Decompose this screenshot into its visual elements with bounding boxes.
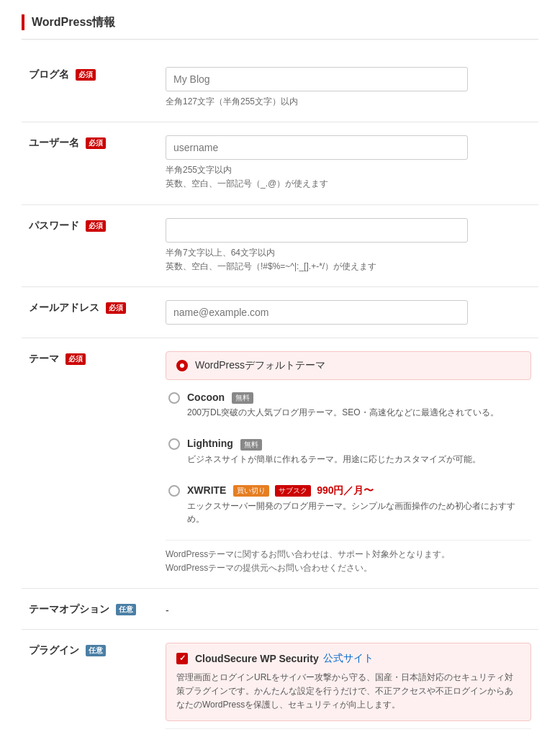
- password-row: パスワード 必須 半角7文字以上、64文字以内 英数、空白、一部記号（!#$%=…: [22, 204, 538, 286]
- plugin-cloudsecure-container: CloudSecure WP Security 公式サイト 管理画面とログインU…: [166, 643, 531, 722]
- theme-xwrite-sub-badge: サブスク: [275, 485, 311, 497]
- theme-cocoon-details: Cocoon 無料 200万DL突破の大人気ブログ用テーマ。SEO・高速化などに…: [187, 392, 499, 419]
- theme-lightning-header: Lightning 無料: [187, 438, 481, 450]
- theme-cocoon-header: Cocoon 無料: [187, 392, 499, 404]
- theme-xwrite-header: XWRITE 買い切り サブスク 990円／月〜: [187, 484, 528, 497]
- plugin-optional-badge: 任意: [86, 645, 106, 656]
- plugin-label: プラグイン: [29, 644, 79, 656]
- plugin-field-cell: CloudSecure WP Security 公式サイト 管理画面とログインU…: [151, 629, 538, 737]
- blog-name-label-cell: ブログ名 必須: [22, 54, 151, 122]
- theme-xwrite-desc: エックスサーバー開発のブログ用テーマ。シンプルな画面操作のため初心者におすすめ。: [187, 499, 528, 525]
- radio-default-selected: [176, 360, 188, 371]
- radio-cocoon: [168, 392, 180, 404]
- username-required-badge: 必須: [86, 137, 106, 149]
- plugin-notice: WordPressプラグインに関するお問い合わせは、サポート対象外となります。 …: [166, 728, 531, 737]
- theme-xwrite-buy-badge: 買い切り: [233, 485, 269, 497]
- theme-option-default[interactable]: WordPressデフォルトテーマ: [166, 351, 531, 380]
- password-help: 半角7文字以上、64文字以内 英数、空白、一部記号（!#$%=~^|:_[].+…: [166, 246, 531, 273]
- username-help: 半角255文字以内 英数、空白、一部記号（_.@）が使えます: [166, 163, 531, 191]
- plugin-header: CloudSecure WP Security 公式サイト: [176, 652, 520, 665]
- theme-xwrite-details: XWRITE 買い切り サブスク 990円／月〜 エックスサーバー開発のブログ用…: [187, 484, 528, 525]
- username-row: ユーザー名 必須 半角255文字以内 英数、空白、一部記号（_.@）が使えます: [22, 122, 538, 204]
- username-field-cell: 半角255文字以内 英数、空白、一部記号（_.@）が使えます: [151, 122, 538, 204]
- password-input[interactable]: [166, 218, 468, 243]
- theme-option-lightning[interactable]: Lightning 無料 ビジネスサイトが簡単に作れるテーマ。用途に応じたカスタ…: [166, 433, 531, 469]
- theme-xwrite-price: 990円／月〜: [317, 484, 374, 496]
- email-input[interactable]: [166, 300, 468, 325]
- plugin-official-link[interactable]: 公式サイト: [323, 652, 374, 665]
- theme-label-cell: テーマ 必須: [22, 338, 151, 588]
- form-table: ブログ名 必須 全角127文字（半角255文字）以内 ユーザー名 必須 半角25…: [22, 54, 538, 737]
- username-input[interactable]: [166, 135, 468, 160]
- theme-xwrite-name: XWRITE: [187, 484, 226, 496]
- theme-cocoon-desc: 200万DL突破の大人気ブログ用テーマ。SEO・高速化などに最適化されている。: [187, 406, 499, 419]
- email-row: メールアドレス 必須: [22, 286, 538, 338]
- theme-cocoon-name: Cocoon: [187, 392, 225, 403]
- blog-name-field-cell: 全角127文字（半角255文字）以内: [151, 54, 538, 122]
- section-title: WordPress情報: [32, 15, 115, 30]
- password-label: パスワード: [29, 220, 79, 231]
- plugin-label-cell: プラグイン 任意: [22, 629, 151, 737]
- theme-option-field-cell: -: [151, 588, 538, 629]
- section-header: WordPress情報: [22, 14, 538, 40]
- blog-name-required-badge: 必須: [76, 69, 96, 81]
- theme-notice: WordPressテーマに関するお問い合わせは、サポート対象外となります。 Wo…: [166, 540, 531, 575]
- username-label: ユーザー名: [29, 137, 79, 148]
- blog-name-label: ブログ名: [29, 68, 69, 80]
- theme-lightning-name: Lightning: [187, 438, 233, 449]
- plugin-name: CloudSecure WP Security: [195, 653, 319, 664]
- theme-cocoon-free-badge: 無料: [232, 392, 253, 404]
- theme-field-cell: WordPressデフォルトテーマ Cocoon 無料 200万DL突破の大人気…: [151, 338, 538, 588]
- password-field-cell: 半角7文字以上、64文字以内 英数、空白、一部記号（!#$%=~^|:_[].+…: [151, 204, 538, 286]
- plugin-checkbox[interactable]: [176, 653, 188, 664]
- blog-name-row: ブログ名 必須 全角127文字（半角255文字）以内: [22, 54, 538, 122]
- email-required-badge: 必須: [106, 302, 126, 314]
- password-required-badge: 必須: [86, 220, 106, 232]
- theme-row: テーマ 必須 WordPressデフォルトテーマ Cocoon 無料 200万D…: [22, 338, 538, 588]
- theme-option-optional-badge: 任意: [116, 604, 136, 615]
- theme-lightning-details: Lightning 無料 ビジネスサイトが簡単に作れるテーマ。用途に応じたカスタ…: [187, 438, 481, 465]
- blog-name-help: 全角127文字（半角255文字）以内: [166, 95, 531, 109]
- radio-lightning: [168, 438, 180, 450]
- accent-bar: [22, 14, 24, 30]
- theme-lightning-free-badge: 無料: [240, 439, 262, 451]
- plugin-desc: 管理画面とログインURLをサイバー攻撃から守る、国産・日本語対応のセキュリティ対…: [176, 671, 520, 713]
- email-label: メールアドレス: [29, 302, 99, 313]
- theme-option-label: テーマオプション: [29, 603, 109, 615]
- theme-option-cocoon[interactable]: Cocoon 無料 200万DL突破の大人気ブログ用テーマ。SEO・高速化などに…: [166, 387, 531, 423]
- email-field-cell: [151, 286, 538, 338]
- plugin-row: プラグイン 任意 CloudSecure WP Security 公式サイト 管…: [22, 629, 538, 737]
- theme-default-name: WordPressデフォルトテーマ: [195, 359, 325, 372]
- password-label-cell: パスワード 必須: [22, 204, 151, 286]
- blog-name-input[interactable]: [166, 67, 468, 91]
- theme-label: テーマ: [29, 353, 59, 364]
- username-label-cell: ユーザー名 必須: [22, 122, 151, 204]
- theme-option-label-cell: テーマオプション 任意: [22, 588, 151, 629]
- theme-option-value: -: [166, 602, 531, 616]
- theme-lightning-desc: ビジネスサイトが簡単に作れるテーマ。用途に応じたカスタマイズが可能。: [187, 453, 481, 466]
- radio-xwrite: [168, 485, 180, 497]
- theme-required-badge: 必須: [66, 353, 86, 365]
- theme-option-xwrite[interactable]: XWRITE 買い切り サブスク 990円／月〜 エックスサーバー開発のブログ用…: [166, 480, 531, 530]
- theme-option-row: テーマオプション 任意 -: [22, 588, 538, 629]
- email-label-cell: メールアドレス 必須: [22, 286, 151, 338]
